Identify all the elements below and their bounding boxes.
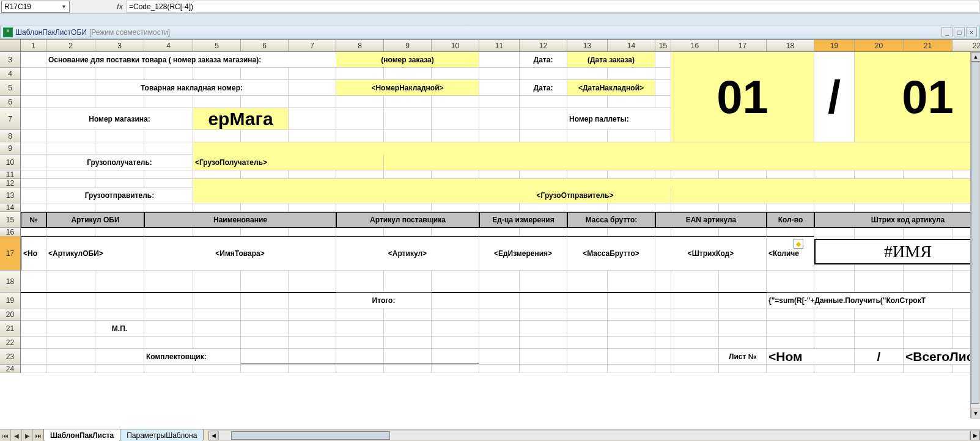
grid-cell[interactable]: [21, 188, 46, 203]
grid-cell[interactable]: [479, 365, 520, 373]
row-header[interactable]: 19: [0, 293, 21, 308]
selected-cell-imya[interactable]: #ИМЯ: [814, 239, 980, 264]
value-nom[interactable]: <Ном: [767, 349, 855, 365]
row-header[interactable]: 23: [0, 349, 21, 365]
grid-cell[interactable]: [144, 170, 193, 179]
column-header[interactable]: 16: [671, 40, 719, 52]
grid-cell[interactable]: [608, 68, 655, 80]
grid-cell[interactable]: [193, 68, 241, 80]
scroll-down-button[interactable]: ▼: [971, 409, 980, 418]
select-all-corner[interactable]: [0, 40, 21, 52]
grid-cell[interactable]: [46, 293, 95, 308]
val-kolich[interactable]: <Количе: [767, 236, 814, 271]
grid-cell[interactable]: [46, 203, 95, 212]
grid-cell[interactable]: [520, 337, 567, 349]
grid-cell[interactable]: [144, 321, 193, 337]
column-header[interactable]: 5: [193, 40, 241, 52]
sheet-nav-button[interactable]: ▶: [22, 429, 33, 441]
grid-cell[interactable]: [855, 170, 904, 179]
grid-cell[interactable]: [479, 170, 520, 179]
horizontal-scrollbar[interactable]: [218, 431, 970, 440]
grid-cell[interactable]: [904, 365, 952, 373]
grid-cell[interactable]: [432, 203, 479, 212]
grid-cell[interactable]: [289, 365, 336, 373]
grid-cell[interactable]: [567, 228, 608, 236]
grid-cell[interactable]: [671, 321, 719, 337]
row-header[interactable]: 20: [0, 308, 21, 321]
grid-cell[interactable]: [336, 365, 384, 373]
grid-cell[interactable]: [655, 203, 671, 212]
column-header[interactable]: 17: [719, 40, 767, 52]
grid-cell[interactable]: [520, 228, 567, 236]
grid-cell[interactable]: [767, 321, 814, 337]
column-header[interactable]: 14: [608, 40, 655, 52]
grid-cell[interactable]: [289, 108, 336, 130]
grid-cell[interactable]: [144, 96, 193, 108]
row-header[interactable]: 8: [0, 130, 21, 142]
grid-cell[interactable]: [814, 337, 855, 349]
value-sum-formula[interactable]: {"=sum(R[-"+Данные.Получить("КолСтрокТ: [767, 293, 980, 308]
column-header[interactable]: 10: [432, 40, 479, 52]
fx-icon[interactable]: fx: [114, 2, 126, 11]
grid-cell[interactable]: [384, 228, 432, 236]
grid-cell[interactable]: [46, 271, 95, 293]
hdr-ean[interactable]: EAN артикула: [655, 212, 767, 228]
grid-cell[interactable]: [767, 170, 814, 179]
vertical-scrollbar[interactable]: ▲ ▼: [970, 52, 980, 418]
grid-cell[interactable]: [719, 337, 767, 349]
grid-cell[interactable]: [95, 170, 144, 179]
grid-cell[interactable]: [144, 68, 193, 80]
column-header[interactable]: 19: [814, 40, 855, 52]
row-header[interactable]: 12: [0, 179, 21, 188]
label-gruzopol[interactable]: Грузополучатель:: [46, 155, 193, 170]
label-nakladnaya[interactable]: Товарная накладная номер:: [95, 80, 289, 96]
grid-cell[interactable]: [336, 321, 384, 337]
column-header[interactable]: 1: [21, 40, 46, 52]
grid-cell[interactable]: [855, 203, 904, 212]
grid-cell[interactable]: [904, 203, 952, 212]
grid-cell[interactable]: [193, 308, 241, 321]
grid-cell[interactable]: [479, 68, 520, 80]
grid-cell[interactable]: [144, 365, 193, 373]
grid-cell[interactable]: [336, 308, 384, 321]
grid-cell[interactable]: [46, 170, 95, 179]
grid-cell[interactable]: [95, 130, 144, 142]
value-nomer-magazina[interactable]: ерМага: [193, 108, 289, 130]
column-header[interactable]: 2: [46, 40, 95, 52]
grid-cell[interactable]: [719, 293, 767, 308]
grid-cell[interactable]: [719, 228, 767, 236]
grid-cell[interactable]: [520, 108, 567, 130]
error-smart-tag-icon[interactable]: [794, 239, 803, 249]
grid-cell[interactable]: [95, 271, 144, 293]
column-header[interactable]: 12: [520, 40, 567, 52]
row-header[interactable]: 9: [0, 142, 21, 155]
grid-cell[interactable]: [241, 321, 289, 337]
grid-cell[interactable]: [671, 337, 719, 349]
grid-cell[interactable]: [193, 293, 241, 308]
grid-cell[interactable]: [567, 170, 608, 179]
grid-cell[interactable]: [608, 337, 655, 349]
grid-cell[interactable]: [95, 142, 144, 155]
grid-cell[interactable]: [432, 271, 479, 293]
column-header[interactable]: 18: [767, 40, 814, 52]
grid-cell[interactable]: [289, 96, 336, 108]
row-header[interactable]: 11: [0, 170, 21, 179]
row-header[interactable]: 21: [0, 321, 21, 337]
grid-cell[interactable]: [384, 170, 432, 179]
grid-cell[interactable]: [855, 308, 904, 321]
value-gruzootpr[interactable]: <ГрузоОтправитель>: [479, 188, 671, 203]
grid-cell[interactable]: [608, 203, 655, 212]
grid-cell[interactable]: [655, 308, 671, 321]
row-header[interactable]: 7: [0, 108, 21, 130]
grid-cell[interactable]: [241, 130, 289, 142]
grid-cell[interactable]: [289, 308, 336, 321]
grid-cell[interactable]: [21, 68, 46, 80]
grid-cell[interactable]: [46, 321, 95, 337]
sheet-tab-1[interactable]: ШаблонПакЛиста: [43, 429, 120, 441]
label-gruzootpr[interactable]: Грузоотправитель:: [46, 188, 193, 203]
grid-cell[interactable]: [336, 170, 384, 179]
grid-cell[interactable]: [479, 308, 520, 321]
row-header[interactable]: 6: [0, 96, 21, 108]
grid-cell[interactable]: [95, 293, 144, 308]
grid-cell[interactable]: [144, 293, 193, 308]
